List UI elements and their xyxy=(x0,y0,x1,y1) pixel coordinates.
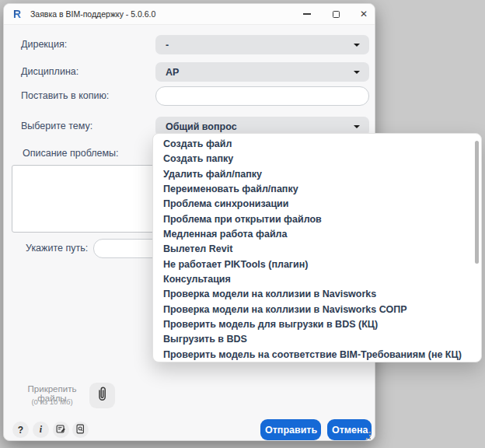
discipline-value: АР xyxy=(166,67,354,78)
topic-option[interactable]: Проверка модели на коллизии в Navisworks… xyxy=(153,303,481,317)
topic-option[interactable]: Проблема при открытии файлов xyxy=(153,212,481,227)
cc-label: Поставить в копию: xyxy=(21,86,109,106)
topic-option[interactable]: Не работает PIKTools (плагин) xyxy=(153,257,481,272)
close-button[interactable]: ✕ xyxy=(352,4,375,24)
document-search-button[interactable] xyxy=(72,422,89,438)
send-button[interactable]: Отправить xyxy=(260,419,321,440)
topic-dropdown-list: Создать файлСоздать папкуУдалить файл/па… xyxy=(152,133,482,362)
description-label: Описание проблемы: xyxy=(23,144,119,163)
topic-option-items: Создать файлСоздать папкуУдалить файл/па… xyxy=(153,137,481,362)
attach-size-limit: (0 из 10 Мб) xyxy=(16,397,88,406)
topic-option[interactable]: Переименовать файл/папку xyxy=(153,182,481,197)
window-title: Заявка в BIM-поддержку - 5.0.6.0 xyxy=(30,9,155,19)
direction-label: Дирекция: xyxy=(21,35,67,54)
help-button[interactable]: ? xyxy=(12,422,29,438)
topic-option[interactable]: Создать папку xyxy=(153,152,481,166)
topic-option[interactable]: Медленная работа файла xyxy=(153,227,481,242)
topic-option[interactable]: Консультация xyxy=(153,272,481,287)
topic-option[interactable]: Удалить файл/папку xyxy=(153,167,481,182)
minimize-button[interactable] xyxy=(295,4,319,24)
title-bar: R Заявка в BIM-поддержку - 5.0.6.0 ✕ xyxy=(4,4,375,25)
minimize-icon xyxy=(303,13,311,14)
dropdown-scrollbar[interactable] xyxy=(475,141,479,264)
question-icon: ? xyxy=(18,425,23,436)
topic-option[interactable]: Проверить модель для выгрузки в BDS (КЦ) xyxy=(153,317,481,332)
maximize-button[interactable] xyxy=(324,4,347,24)
info-button[interactable]: i xyxy=(33,422,49,438)
topic-option[interactable]: Выгрузить в BDS xyxy=(153,332,481,347)
note-edit-icon xyxy=(56,423,66,437)
feedback-button[interactable] xyxy=(53,422,69,438)
cc-input[interactable] xyxy=(155,86,369,106)
topic-label: Выберите тему: xyxy=(21,117,92,136)
attach-files-button[interactable] xyxy=(89,383,115,408)
paperclip-icon xyxy=(95,386,110,405)
direction-select[interactable]: - xyxy=(155,35,369,54)
path-label: Укажите путь: xyxy=(26,239,88,258)
info-icon: i xyxy=(40,424,42,436)
discipline-label: Дисциплина: xyxy=(21,62,79,82)
topic-option[interactable]: Проблема синхронизации xyxy=(153,197,481,212)
discipline-select[interactable]: АР xyxy=(155,62,369,82)
topic-value: Общий вопрос xyxy=(166,121,354,132)
chevron-down-icon xyxy=(354,71,360,74)
topic-option[interactable]: Создать файл xyxy=(153,137,481,152)
topic-option[interactable]: Вылетел Revit xyxy=(153,242,481,257)
chevron-down-icon xyxy=(354,125,360,128)
chevron-down-icon xyxy=(354,44,360,47)
document-search-icon xyxy=(75,423,85,437)
maximize-icon xyxy=(333,11,340,18)
direction-value: - xyxy=(166,40,354,51)
topic-option[interactable]: Проверить модель на соответствие BIM-Тре… xyxy=(153,348,481,362)
close-icon: ✕ xyxy=(360,9,368,19)
app-logo-icon: R xyxy=(13,8,21,20)
topic-option[interactable]: Проверка модели на коллизии в Navisworks xyxy=(153,287,481,302)
resize-grip[interactable] xyxy=(365,430,372,437)
